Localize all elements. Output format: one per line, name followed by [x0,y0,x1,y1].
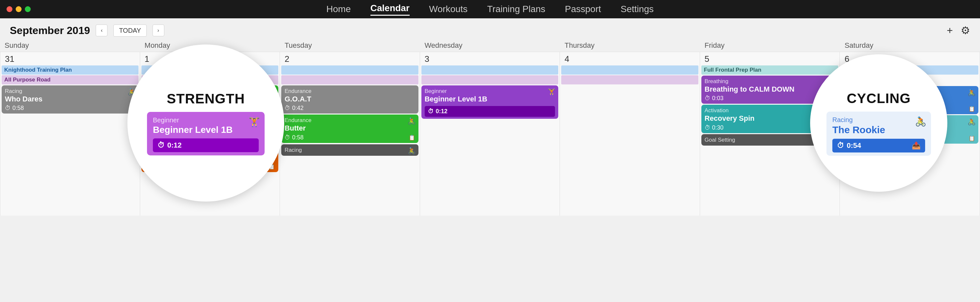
day-number-4: 4 [560,53,700,65]
popup-card-label: Racing [832,116,925,124]
strength-popup[interactable]: STRENGTH 🏋 Beginner Beginner Level 1B ⏱ … [127,45,284,201]
prev-month-button[interactable]: ‹ [96,24,108,36]
popup-card-label: Beginner [153,117,259,124]
workout-title: Who Dares [5,95,135,103]
add-event-button[interactable]: + [947,24,953,37]
plan-bar-knighthood: Knighthood Training Plan [2,66,138,75]
workout-title: Butter [285,124,415,133]
day-number-5: 5 [700,53,840,65]
sunday-column: 31 Knighthood Training Plan All Purpose … [0,52,140,216]
workout-title: G.O.A.T [285,95,415,103]
cycling-popup[interactable]: CYCLING 🚴 Racing The Rookie ⏱ 0:54 📤 [810,54,947,192]
workout-title: Breathing to CALM DOWN [705,85,835,94]
full-frontal-plan-bar: Full Frontal Prep Plan [702,66,838,75]
main-content: September 2019 ‹ TODAY › + ⚙ Sunday Mond… [0,18,980,302]
workout-card-who-dares-sunday[interactable]: 🚴 Racing Who Dares ⏱0:58 📋 [2,85,138,113]
workout-type: Endurance [285,117,415,124]
plan-bar-allpurpose-wed [422,75,558,85]
workout-type: Breathing [705,78,835,85]
thursday-column: 4 [560,52,700,216]
day-number-3: 3 [420,53,560,65]
wednesday-column: 3 🏋 Beginner Beginner Level 1B ⏱0:12 [420,52,560,216]
workout-footer: ⏱0:42 [285,105,415,112]
workout-type-label: Racing [5,88,135,94]
save-icon: 📋 [969,106,975,112]
workout-time: ⏱0:03 [705,95,724,102]
workout-type: Endurance [285,88,415,94]
plan-bar-allpurpose: All Purpose Road [2,75,138,85]
day-header-saturday: Saturday [840,39,980,52]
traffic-lights [6,6,31,12]
nav-training-plans[interactable]: Training Plans [487,4,545,14]
workout-time: ⏱0:42 [285,105,304,112]
today-button[interactable]: TODAY [113,24,146,37]
plan-bar-knighthood-tue [281,66,418,75]
close-button[interactable] [6,6,13,12]
day-header-sunday: Sunday [0,39,140,52]
workout-title: Beginner Level 1B [425,95,555,103]
day-number-2: 2 [280,53,420,65]
workout-time: ⏱0:58 [285,134,304,141]
day-header-friday: Friday [700,39,840,52]
next-month-button[interactable]: › [153,24,164,36]
day-header-wednesday: Wednesday [420,39,560,52]
workout-footer: ⏱0:58 📋 [5,105,135,112]
plan-bar-knighthood-wed [422,66,558,75]
save-icon: 📋 [969,135,975,141]
save-icon: 📋 [409,134,415,141]
export-icon: 📤 [912,141,921,150]
minimize-button[interactable] [16,6,22,12]
workout-card-racing-partial[interactable]: 🚴 Racing [281,144,418,156]
tuesday-column: 2 Endurance G.O.A.T ⏱0:42 🚴 Endurance Bu… [280,52,420,216]
popup-card-time: ⏱ 0:12 [153,138,259,152]
popup-card-title: Beginner Level 1B [153,125,259,135]
workout-card-goat[interactable]: Endurance G.O.A.T ⏱0:42 [281,85,418,113]
workout-time: ⏱0:30 [705,124,724,131]
workout-time: ⏱0:58 [5,105,24,112]
workout-type: Beginner [425,88,555,94]
popup-card-time: ⏱ 0:54 📤 [832,139,925,152]
workout-footer: ⏱0:58 📋 [285,134,415,141]
maximize-button[interactable] [25,6,31,12]
nav-workouts[interactable]: Workouts [429,4,468,14]
workout-type: Racing [285,147,415,153]
nav-passport[interactable]: Passport [565,4,601,14]
plan-bar-thu [561,66,698,75]
nav-settings[interactable]: Settings [620,4,654,14]
strength-popup-title: STRENGTH [167,91,245,107]
nav-calendar[interactable]: Calendar [371,3,410,16]
day-number-31: 31 [0,53,140,65]
plan-bar-allpurpose-tue [281,75,418,85]
calendar-header: September 2019 ‹ TODAY › + ⚙ [0,18,980,39]
day-header-thursday: Thursday [560,39,700,52]
day-header-tuesday: Tuesday [280,39,420,52]
calendar-actions: + ⚙ [947,24,970,37]
calendar-month-year: September 2019 [10,24,90,37]
workout-card-beginner-1b-wed[interactable]: 🏋 Beginner Beginner Level 1B ⏱0:12 [422,85,558,119]
plan-bar-allpurpose-thu [561,75,698,85]
strength-popup-card[interactable]: 🏋 Beginner Beginner Level 1B ⏱ 0:12 [147,112,265,155]
cycling-popup-card[interactable]: 🚴 Racing The Rookie ⏱ 0:54 📤 [826,112,931,156]
popup-card-title: The Rookie [832,124,925,136]
nav-home[interactable]: Home [326,4,351,14]
workout-time-bar: ⏱0:12 [425,106,555,117]
settings-icon[interactable]: ⚙ [961,24,970,37]
cycling-popup-title: CYCLING [847,91,911,106]
workout-card-butter-tue[interactable]: 🚴 Endurance Butter ⏱0:58 📋 [281,115,418,143]
top-navigation: Home Calendar Workouts Training Plans Pa… [0,0,980,18]
